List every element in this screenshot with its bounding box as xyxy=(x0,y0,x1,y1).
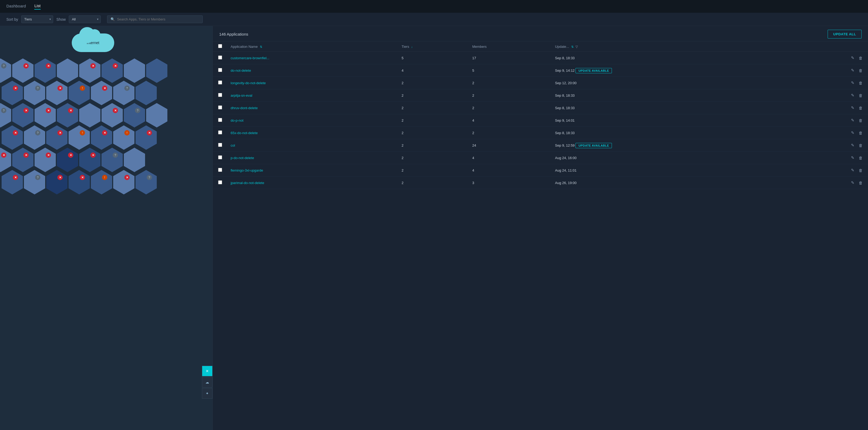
hex-node[interactable]: ✕ xyxy=(46,81,67,105)
app-name-link[interactable]: 65x-do-not-delete xyxy=(230,131,258,135)
hex-node[interactable]: ? xyxy=(0,59,11,83)
app-name-link[interactable]: do-p-not xyxy=(230,119,243,123)
hex-node[interactable]: ✕ xyxy=(0,148,11,172)
row-checkbox[interactable] xyxy=(218,155,222,159)
sort-select[interactable]: Tiers xyxy=(21,15,53,23)
hex-node[interactable] xyxy=(146,59,167,83)
cloud-side-btn[interactable]: ☁ xyxy=(202,377,213,388)
hex-node[interactable]: ✕ xyxy=(35,148,56,172)
row-checkbox[interactable] xyxy=(218,168,222,172)
row-checkbox[interactable] xyxy=(218,105,222,109)
app-name-link[interactable]: col xyxy=(230,143,235,147)
edit-button[interactable]: ✎ xyxy=(850,67,856,73)
hex-node[interactable] xyxy=(57,59,78,83)
delete-button[interactable]: 🗑 xyxy=(858,155,864,161)
edit-button[interactable]: ✎ xyxy=(850,105,856,111)
app-name-link[interactable]: customercare-brownfiel... xyxy=(230,56,270,60)
hex-node[interactable]: ! xyxy=(68,81,90,105)
hex-node[interactable]: ? xyxy=(135,170,157,194)
update-all-button[interactable]: UPDATE ALL xyxy=(828,30,862,38)
edit-button[interactable]: ✎ xyxy=(850,92,856,98)
delete-button[interactable]: 🗑 xyxy=(858,93,864,98)
tiers-sort-icon[interactable]: ↓ xyxy=(411,45,413,48)
hex-node[interactable]: ✕ xyxy=(79,148,100,172)
app-name-link[interactable]: flemingo-3xl-upgarde xyxy=(230,168,263,172)
hex-node[interactable]: ! xyxy=(68,125,90,150)
edit-button[interactable]: ✎ xyxy=(850,80,856,86)
hex-node[interactable]: ! xyxy=(91,170,112,194)
app-name-sort-icon[interactable]: ⇅ xyxy=(260,45,262,48)
hex-node[interactable]: ? xyxy=(0,103,11,128)
edit-button[interactable]: ✎ xyxy=(850,55,856,61)
hex-node[interactable]: ✕ xyxy=(12,59,33,83)
delete-button[interactable]: 🗑 xyxy=(858,118,864,123)
hex-node[interactable] xyxy=(135,81,157,105)
settings-side-btn[interactable]: ✦ xyxy=(202,388,213,399)
app-name-link[interactable]: arpitja-sn-eval xyxy=(230,94,252,97)
hex-node[interactable]: ✕ xyxy=(113,170,134,194)
hex-node[interactable] xyxy=(79,103,100,128)
hex-node[interactable]: ✕ xyxy=(46,125,67,150)
hex-node[interactable]: ✕ xyxy=(57,103,78,128)
app-name-link[interactable]: dhruv-dont-delete xyxy=(230,106,258,110)
edit-button[interactable]: ✎ xyxy=(850,155,856,161)
delete-button[interactable]: 🗑 xyxy=(858,143,864,148)
hex-node[interactable]: ✕ xyxy=(35,59,56,83)
nav-list[interactable]: List xyxy=(34,3,40,9)
hex-node[interactable] xyxy=(124,148,145,172)
app-name-link[interactable]: longevity-do-not-delete xyxy=(230,81,266,85)
row-checkbox[interactable] xyxy=(218,130,222,134)
hex-node[interactable]: ✕ xyxy=(2,81,23,105)
hex-node[interactable]: ✕ xyxy=(91,125,112,150)
hex-node[interactable]: ✕ xyxy=(79,59,100,83)
delete-button[interactable]: 🗑 xyxy=(858,168,864,173)
show-select[interactable]: All xyxy=(69,15,101,23)
delete-button[interactable]: 🗑 xyxy=(858,180,864,186)
close-side-btn[interactable]: ✕ xyxy=(202,366,213,376)
delete-button[interactable]: 🗑 xyxy=(858,68,864,73)
search-input[interactable] xyxy=(117,17,199,21)
row-checkbox[interactable] xyxy=(218,56,222,60)
row-checkbox[interactable] xyxy=(218,93,222,97)
select-all-checkbox[interactable] xyxy=(218,44,222,48)
hex-node[interactable]: ✕ xyxy=(12,103,33,128)
hex-node[interactable]: ? xyxy=(24,125,45,150)
hex-node[interactable]: ✕ xyxy=(2,170,23,194)
hex-node[interactable]: ✕ xyxy=(46,170,67,194)
hex-node[interactable]: ✕ xyxy=(135,125,157,150)
hex-node[interactable]: ✕ xyxy=(57,148,78,172)
nav-dashboard[interactable]: Dashboard xyxy=(6,4,26,9)
row-checkbox[interactable] xyxy=(218,68,222,72)
hex-node[interactable]: ✕ xyxy=(2,125,23,150)
app-name-link[interactable]: do-not-delete xyxy=(230,68,251,72)
hex-node[interactable]: ? xyxy=(101,148,123,172)
hex-node[interactable]: ✕ xyxy=(101,59,123,83)
row-checkbox[interactable] xyxy=(218,180,222,184)
hex-node[interactable]: ✕ xyxy=(68,170,90,194)
delete-button[interactable]: 🗑 xyxy=(858,130,864,136)
hex-node[interactable]: ✕ xyxy=(12,148,33,172)
hex-node[interactable]: ! xyxy=(113,125,134,150)
update-available-badge[interactable]: UPDATE AVAILABLE xyxy=(576,68,612,73)
edit-button[interactable]: ✎ xyxy=(850,167,856,173)
edit-button[interactable]: ✎ xyxy=(850,118,856,123)
hex-node[interactable]: ✕ xyxy=(35,103,56,128)
row-checkbox[interactable] xyxy=(218,80,222,85)
updated-sort-icon[interactable]: ⇅ xyxy=(571,45,574,48)
hex-node[interactable]: ? xyxy=(24,81,45,105)
delete-button[interactable]: 🗑 xyxy=(858,80,864,86)
hex-node[interactable]: ? xyxy=(113,81,134,105)
app-name-link[interactable]: jparimal-do-not-delete xyxy=(230,181,264,185)
hex-node[interactable]: ? xyxy=(24,170,45,194)
updated-filter-icon[interactable]: ▽ xyxy=(576,45,578,48)
row-checkbox[interactable] xyxy=(218,118,222,122)
edit-button[interactable]: ✎ xyxy=(850,130,856,136)
hex-node[interactable]: ? xyxy=(124,103,145,128)
edit-button[interactable]: ✎ xyxy=(850,142,856,148)
hex-node[interactable]: ✕ xyxy=(91,81,112,105)
hex-node[interactable] xyxy=(146,103,167,128)
delete-button[interactable]: 🗑 xyxy=(858,105,864,111)
app-name-link[interactable]: p-do-not-delete xyxy=(230,156,254,160)
hex-node[interactable]: ✕ xyxy=(101,103,123,128)
row-checkbox[interactable] xyxy=(218,143,222,147)
